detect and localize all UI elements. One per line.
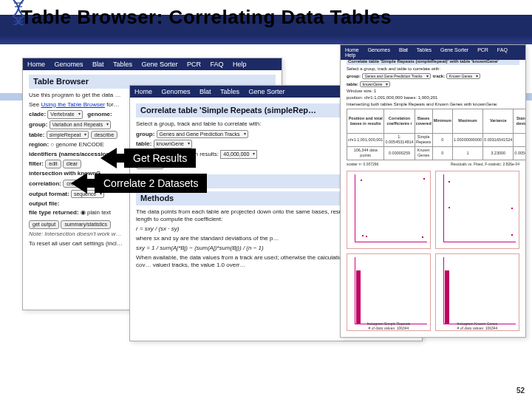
table-label: table: <box>29 132 44 138</box>
nav-home[interactable]: Home <box>27 61 45 68</box>
nav-gene-sorter[interactable]: Gene Sorter <box>141 61 177 68</box>
nav-bar-3: Home Genomes Blat Tables Gene Sorter PCR… <box>341 45 525 60</box>
nav-help[interactable]: Help <box>233 61 247 68</box>
p3-track-select[interactable]: Known Genes <box>446 73 480 79</box>
region-options[interactable]: ○ genome ENCODE <box>50 141 103 148</box>
slide-title: Table Browser: Correlating Data Tables <box>21 6 392 29</box>
arrow-left-icon <box>100 148 117 168</box>
p3-group-select[interactable]: Genes and Gene Prediction Tracks <box>362 73 431 79</box>
nav-genomes[interactable]: Genomes <box>55 61 83 68</box>
nav3-tables[interactable]: Tables <box>417 47 432 52</box>
region-label: region: <box>29 141 49 148</box>
file-type-value: plain text <box>87 209 111 216</box>
p3-track-label: track: <box>433 74 445 78</box>
p3-group-label: group: <box>347 74 361 78</box>
correlation-results-table: Position and total bases in results Corr… <box>347 109 526 160</box>
p3-table-select[interactable]: knownGene <box>360 81 391 87</box>
p3-intersect-line: Intersecting both tables Simple Repeats … <box>347 102 519 107</box>
p3-table-label: table: <box>347 82 358 86</box>
describe-button[interactable]: describe <box>91 131 117 139</box>
pane3-select-line: Select a group, track and table to corre… <box>347 66 519 72</box>
callout-correlate-datasets-label: Correlate 2 Datasets <box>95 174 207 193</box>
nav3-gene-sorter[interactable]: Gene Sorter <box>440 47 468 52</box>
table-row: chr1:1,001,000,001 1: 0.00545314814 Simp… <box>347 134 527 147</box>
pane2-group-label: group: <box>136 131 154 137</box>
nav3-help[interactable]: Help <box>345 52 355 58</box>
summary-stats-button[interactable]: summary/statistics <box>61 220 111 228</box>
scatter-label-1: scatter r²: 0.007296 <box>347 162 378 167</box>
nav3-faq[interactable]: FAQ <box>497 47 508 52</box>
correlation-results-window: Home Genomes Blat Tables Gene Sorter PCR… <box>340 44 526 338</box>
nav3-blat[interactable]: Blat <box>399 47 408 52</box>
limit-input[interactable]: 40,000,000 <box>220 150 257 158</box>
clade-select[interactable]: Vertebrate <box>47 110 82 118</box>
residuals-plot <box>435 171 519 249</box>
nav3-home[interactable]: Home <box>345 47 359 52</box>
callout-correlate-datasets: Correlate 2 Datasets <box>71 173 207 194</box>
p3-position: position: chr1:1,001,000,000 bases: 1,00… <box>347 95 519 100</box>
nav-blat[interactable]: Blat <box>92 61 104 68</box>
group-select[interactable]: Variation and Repeats <box>50 120 112 129</box>
nav3-pcr[interactable]: PCR <box>477 47 488 52</box>
histogram-simple-repeats: histogram Simple Repeats# of data values… <box>347 253 431 332</box>
callout-get-results-label: Get Results <box>124 149 196 168</box>
table-row: 106,344 data points 0.00000259 Known Gen… <box>347 146 527 160</box>
nav3-genomes[interactable]: Genomes <box>368 47 390 52</box>
nav2-genomes[interactable]: Genomes <box>162 88 191 95</box>
pane2-group-select[interactable]: Genes and Gene Prediction Tracks <box>157 130 248 138</box>
nav-faq[interactable]: FAQ <box>211 61 224 68</box>
scatter-label-2: Residuals vs. Fitted, F-statistic: 2.826… <box>451 162 519 167</box>
nav-bar-1: Home Genomes Blat Tables Gene Sorter PCR… <box>23 58 282 70</box>
correlation-label: correlation: <box>29 180 61 187</box>
using-tb-link[interactable]: Using the Table Browser <box>41 101 105 108</box>
clade-label: clade: <box>29 111 46 117</box>
chart-grid: histogram Simple Repeats# of data values… <box>347 171 519 331</box>
nav-pcr[interactable]: PCR <box>187 61 201 68</box>
genome-label: genome: <box>87 111 112 117</box>
p3-window-value: 1 <box>374 89 376 93</box>
filter-label: filter: <box>29 160 44 167</box>
output-file-label: output file: <box>29 200 59 207</box>
dna-helix-icon <box>10 0 27 25</box>
callout-get-results: Get Results <box>100 148 196 168</box>
arrow-left-icon <box>71 173 87 194</box>
nav-tables[interactable]: Tables <box>113 61 132 68</box>
filter-edit-button[interactable]: edit <box>45 160 61 168</box>
pane2-table-label: table: <box>136 140 151 147</box>
file-type-label: file type returned: <box>29 209 79 216</box>
page-number: 52 <box>516 386 525 395</box>
histogram-known-genes: histogram Known Genes# of data values: 1… <box>435 253 519 332</box>
group-label: group: <box>29 121 47 128</box>
nav2-tables[interactable]: Tables <box>220 88 239 95</box>
p3-window-label: Window size: <box>347 89 372 93</box>
scatter-plot <box>347 171 431 249</box>
nav2-gene-sorter[interactable]: Gene Sorter <box>248 88 284 95</box>
filter-clear-button[interactable]: clear <box>63 160 81 168</box>
table-select[interactable]: simpleRepeat <box>47 131 89 139</box>
nav2-blat[interactable]: Blat <box>200 88 211 95</box>
nav2-home[interactable]: Home <box>134 88 152 95</box>
get-output-button[interactable]: get output <box>29 220 59 228</box>
output-format-label: output format: <box>29 191 69 197</box>
